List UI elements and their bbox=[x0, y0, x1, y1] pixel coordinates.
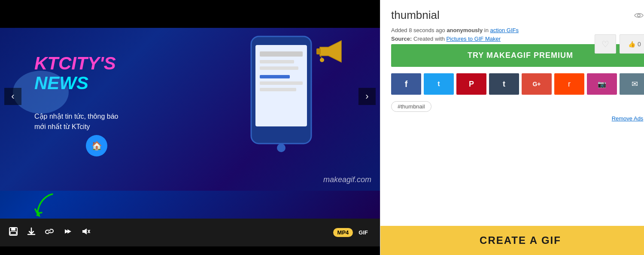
nav-prev-button[interactable]: ‹ bbox=[4, 88, 21, 105]
tumblr-icon: t bbox=[503, 80, 505, 89]
svg-rect-4 bbox=[260, 66, 298, 70]
link-icon-button[interactable] bbox=[45, 227, 54, 238]
tags-row: #thumbnail bbox=[391, 101, 644, 112]
instagram-icon: 📷 bbox=[598, 80, 606, 88]
video-panel: KTCITY'SNEWS Cập nhật tin tức, thông báo… bbox=[0, 0, 380, 255]
reddit-share-button[interactable]: r bbox=[554, 73, 584, 95]
meta-category-link[interactable]: action GIFs bbox=[490, 27, 519, 33]
action-buttons: ♡ 👍 0 bbox=[595, 34, 644, 54]
remove-ads-row: Remove Ads ⊘ bbox=[391, 115, 644, 122]
video-subtitle: Cập nhật tin tức, thông báo mới nhất từ … bbox=[34, 111, 118, 132]
right-panel: thumbnial 1 Added 8 seconds ago anonymou… bbox=[380, 0, 644, 255]
green-arrow-icon bbox=[31, 192, 61, 224]
title-row: thumbnial 1 bbox=[391, 9, 644, 22]
toolbar-icons bbox=[9, 227, 90, 238]
svg-rect-3 bbox=[260, 60, 294, 63]
social-share-row: f t P t G+ r 📷 ✉ bbox=[391, 73, 644, 95]
gif-badge[interactable]: GIF bbox=[355, 228, 371, 237]
circle-icon: 🏠 bbox=[86, 135, 107, 156]
svg-rect-1 bbox=[255, 45, 307, 126]
email-icon: ✉ bbox=[632, 79, 638, 89]
view-count: 1 bbox=[634, 12, 644, 19]
gif-title: thumbnial bbox=[391, 9, 440, 22]
reddit-icon: r bbox=[568, 80, 571, 89]
thumbsup-icon: 👍 bbox=[628, 41, 635, 48]
googleplus-icon: G+ bbox=[532, 81, 541, 87]
facebook-icon: f bbox=[405, 79, 408, 89]
svg-rect-2 bbox=[260, 51, 303, 57]
nav-next-button[interactable]: › bbox=[358, 88, 376, 105]
save-icon-button[interactable] bbox=[9, 227, 18, 238]
svg-rect-16 bbox=[10, 231, 16, 234]
svg-rect-15 bbox=[11, 228, 15, 231]
black-bar-top bbox=[0, 0, 380, 28]
pinterest-share-button[interactable]: P bbox=[456, 73, 486, 95]
heart-button[interactable]: ♡ bbox=[595, 34, 616, 54]
share-icon-button[interactable] bbox=[63, 227, 72, 238]
pinterest-icon: P bbox=[469, 80, 474, 89]
twitter-share-button[interactable]: t bbox=[424, 73, 454, 95]
svg-rect-7 bbox=[260, 88, 296, 91]
meta-author: anonymously bbox=[447, 27, 483, 33]
remove-ads-link[interactable]: Remove Ads bbox=[612, 115, 644, 122]
video-toolbar: MP4 GIF bbox=[0, 219, 380, 246]
video-inner: KTCITY'SNEWS Cập nhật tin tức, thông báo… bbox=[0, 28, 380, 191]
eye-icon bbox=[634, 12, 644, 19]
meta-source-link[interactable]: Pictures to GIF Maker bbox=[447, 36, 501, 42]
megaphone-illustration bbox=[316, 36, 350, 66]
like-button[interactable]: 👍 0 bbox=[620, 34, 644, 54]
meta-added: Added 8 seconds ago anonymously in actio… bbox=[391, 27, 644, 33]
twitter-icon: t bbox=[437, 80, 440, 88]
email-share-button[interactable]: ✉ bbox=[620, 73, 644, 95]
svg-rect-6 bbox=[260, 81, 303, 85]
svg-point-19 bbox=[638, 14, 640, 17]
svg-point-8 bbox=[277, 144, 286, 152]
download-icon-button[interactable] bbox=[27, 227, 36, 238]
heart-icon: ♡ bbox=[601, 39, 609, 49]
googleplus-share-button[interactable]: G+ bbox=[522, 73, 552, 95]
thumbnail-tag[interactable]: #thumbnail bbox=[391, 101, 431, 112]
facebook-share-button[interactable]: f bbox=[391, 73, 421, 95]
svg-rect-5 bbox=[260, 75, 290, 78]
right-top-section: thumbnial 1 Added 8 seconds ago anonymou… bbox=[380, 0, 644, 226]
svg-point-11 bbox=[320, 58, 324, 62]
watermark: makeagif.com bbox=[323, 175, 371, 184]
mute-icon-button[interactable] bbox=[81, 227, 90, 238]
format-badges: MP4 GIF bbox=[333, 228, 371, 237]
instagram-share-button[interactable]: 📷 bbox=[587, 73, 617, 95]
create-gif-button[interactable]: CREATE A GIF bbox=[380, 226, 644, 255]
tumblr-share-button[interactable]: t bbox=[489, 73, 519, 95]
mp4-badge[interactable]: MP4 bbox=[333, 228, 353, 237]
svg-rect-10 bbox=[316, 48, 321, 54]
like-count: 0 bbox=[638, 41, 641, 48]
